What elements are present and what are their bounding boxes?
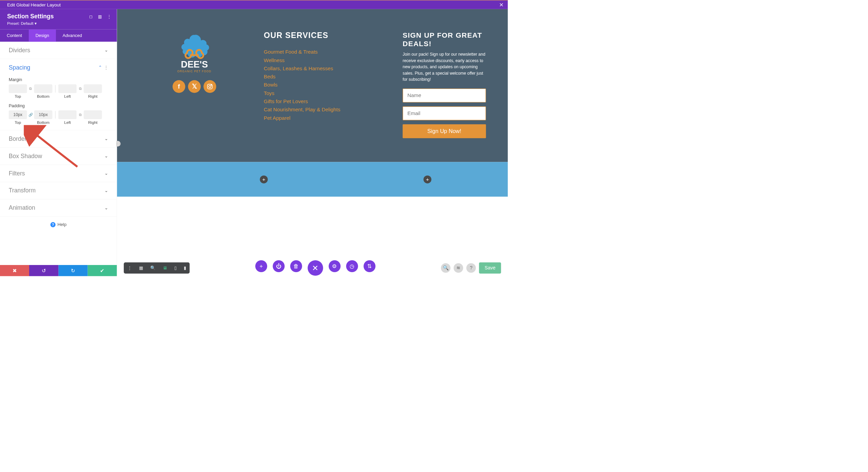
chevron-up-icon: ⌃ <box>98 65 102 70</box>
x-twitter-icon[interactable]: 𝕏 <box>188 80 201 93</box>
service-link[interactable]: Cat Nourishment, Play & Delights <box>264 106 375 114</box>
zoom-icon[interactable]: 🔍 <box>150 265 156 270</box>
footer-services-column: OUR SERVICES Gourmet Food & Treats Welln… <box>264 31 375 138</box>
margin-left-input[interactable] <box>58 84 77 93</box>
top-bar: Edit Global Header Layout ✕ <box>0 0 508 9</box>
confirm-button[interactable]: ✔ <box>87 265 117 276</box>
preview-canvas: DEE'S ORGANIC PET FOOD f 𝕏 OUR SERVICES … <box>117 9 508 276</box>
link-icon[interactable]: ⧉ <box>27 84 34 93</box>
chevron-down-icon: ▾ <box>35 21 37 26</box>
discard-button[interactable]: ✖ <box>0 265 29 276</box>
service-link[interactable]: Wellness <box>264 56 375 64</box>
undo-button[interactable]: ↺ <box>29 265 58 276</box>
service-link[interactable]: Beds <box>264 73 375 81</box>
service-link[interactable]: Pet Apparel <box>264 114 375 122</box>
close-icon[interactable]: ✕ <box>499 1 504 8</box>
accordion-transform[interactable]: Transform ⌄ <box>0 182 117 199</box>
svg-point-4 <box>211 85 212 86</box>
margin-bottom-input[interactable] <box>34 84 53 93</box>
instagram-icon[interactable] <box>203 80 216 93</box>
preview-blue-section[interactable]: + + <box>117 162 508 196</box>
padding-bottom-input[interactable]: 10px <box>34 110 53 119</box>
accordion-box-shadow[interactable]: Box Shadow ⌄ <box>0 148 117 165</box>
power-button[interactable]: ⏻ <box>273 260 284 272</box>
history-button[interactable]: ◷ <box>346 260 358 272</box>
chevron-down-icon: ⌄ <box>104 136 108 141</box>
service-link[interactable]: Gourmet Food & Treats <box>264 48 375 56</box>
settings-button[interactable]: ⚙ <box>329 260 340 272</box>
accordion-spacing[interactable]: Spacing ⌃ ⋮ <box>0 59 117 76</box>
help-icon: ? <box>51 222 56 227</box>
sort-button[interactable]: ⇅ <box>363 260 375 272</box>
delete-button[interactable]: 🗑 <box>290 260 302 272</box>
kebab-icon[interactable]: ⋮ <box>107 14 111 19</box>
footer-signup-column: SIGN UP FOR GREAT DEALS! Join our pack! … <box>403 31 486 138</box>
svg-text:DEE'S: DEE'S <box>181 59 208 70</box>
link-icon[interactable]: 🔗 <box>27 110 34 119</box>
help-link[interactable]: ? Help <box>0 216 117 233</box>
padding-top-input[interactable]: 10px <box>9 110 27 119</box>
email-input[interactable] <box>403 106 486 120</box>
signup-button[interactable]: Sign Up Now! <box>403 124 486 138</box>
panel-footer: ✖ ↺ ↻ ✔ <box>0 265 117 276</box>
service-link[interactable]: Toys <box>264 89 375 97</box>
add-button[interactable]: + <box>255 260 267 272</box>
service-link[interactable]: Gifts for Pet Lovers <box>264 97 375 106</box>
redo-button[interactable]: ↻ <box>58 265 87 276</box>
editor-bottom-bar: ⋮ ▦ 🔍 🖥 ▯ ▮ + ⏻ 🗑 ✕ ⚙ ◷ ⇅ 🔍 <box>117 260 508 276</box>
kebab-icon[interactable]: ⋮ <box>127 265 132 270</box>
help-icon[interactable]: ? <box>467 263 476 273</box>
padding-label: Padding <box>9 103 108 108</box>
margin-top-input[interactable] <box>9 84 27 93</box>
focus-icon[interactable]: ◻ <box>89 14 93 19</box>
accordion-border[interactable]: Border ⌄ <box>0 130 117 147</box>
tablet-view-icon[interactable]: ▯ <box>174 265 177 270</box>
link-icon[interactable]: ⧉ <box>77 110 84 119</box>
add-module-button[interactable]: + <box>423 175 431 183</box>
layers-icon[interactable]: ≋ <box>454 263 463 273</box>
topbar-title: Edit Global Header Layout <box>7 2 499 7</box>
signup-body: Join our pack! Sign up for our newslette… <box>403 51 486 82</box>
phone-view-icon[interactable]: ▮ <box>184 265 186 270</box>
link-icon[interactable]: ⧉ <box>77 84 84 93</box>
tab-advanced[interactable]: Advanced <box>56 30 89 42</box>
accordion-animation[interactable]: Animation ⌄ <box>0 199 117 216</box>
tab-design[interactable]: Design <box>29 30 56 42</box>
settings-panel: Section Settings Preset: Default ▾ ◻ ▥ ⋮… <box>0 9 117 276</box>
svg-text:ORGANIC PET FOOD: ORGANIC PET FOOD <box>177 70 212 73</box>
chevron-down-icon: ⌄ <box>104 205 108 210</box>
accordion-dividers[interactable]: Dividers ⌄ <box>0 42 117 59</box>
accordion-filters[interactable]: Filters ⌄ <box>0 165 117 182</box>
add-module-button[interactable]: + <box>260 175 268 183</box>
wireframe-icon[interactable]: ▦ <box>139 265 143 270</box>
service-link[interactable]: Collars, Leashes & Harnesses <box>264 64 375 73</box>
service-link[interactable]: Bowls <box>264 81 375 89</box>
kebab-icon[interactable]: ⋮ <box>104 65 108 70</box>
close-editor-button[interactable]: ✕ <box>308 260 323 276</box>
brand-logo: DEE'S ORGANIC PET FOOD <box>172 31 217 77</box>
chevron-down-icon: ⌄ <box>104 48 108 53</box>
tab-content[interactable]: Content <box>0 30 29 42</box>
preview-footer-section[interactable]: DEE'S ORGANIC PET FOOD f 𝕏 OUR SERVICES … <box>117 9 508 162</box>
svg-point-3 <box>209 86 211 88</box>
facebook-icon[interactable]: f <box>173 80 185 93</box>
footer-logo-column: DEE'S ORGANIC PET FOOD f 𝕏 <box>153 31 236 138</box>
preset-selector[interactable]: Preset: Default ▾ <box>7 21 110 26</box>
desktop-view-icon[interactable]: 🖥 <box>163 265 167 270</box>
padding-left-input[interactable] <box>58 110 77 119</box>
chevron-down-icon: ⌄ <box>104 171 108 176</box>
columns-icon[interactable]: ▥ <box>98 14 102 19</box>
name-input[interactable] <box>403 89 486 102</box>
services-heading: OUR SERVICES <box>264 31 375 40</box>
chevron-down-icon: ⌄ <box>104 153 108 158</box>
search-icon[interactable]: 🔍 <box>441 263 451 273</box>
chevron-down-icon: ⌄ <box>104 188 108 193</box>
signup-heading: SIGN UP FOR GREAT DEALS! <box>403 31 486 48</box>
save-button[interactable]: Save <box>479 262 501 273</box>
responsive-toolbar: ⋮ ▦ 🔍 🖥 ▯ ▮ <box>124 262 190 273</box>
margin-right-input[interactable] <box>84 84 102 93</box>
panel-header: Section Settings Preset: Default ▾ ◻ ▥ ⋮ <box>0 9 117 30</box>
margin-label: Margin <box>9 77 108 82</box>
padding-right-input[interactable] <box>84 110 102 119</box>
settings-tabs: Content Design Advanced <box>0 30 117 42</box>
